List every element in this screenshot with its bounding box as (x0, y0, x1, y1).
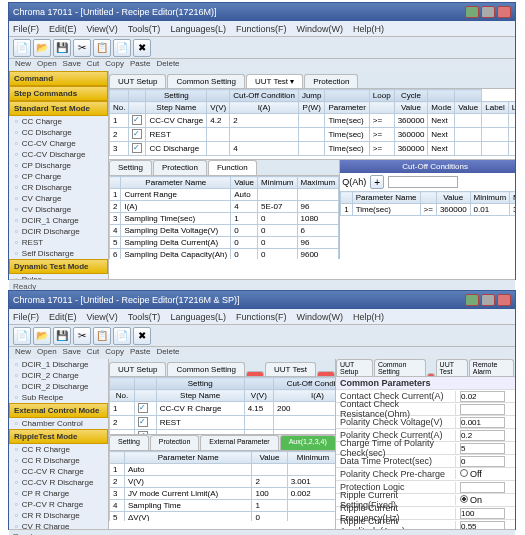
column-header[interactable]: Mode (428, 102, 455, 114)
table-row[interactable]: 1CC-CV Charge4.22Time(sec)>=360000Next (110, 114, 516, 128)
sidebar-item[interactable]: CC-CV Charge (9, 138, 108, 149)
maximize-button[interactable] (481, 6, 495, 18)
qa-input[interactable] (388, 176, 458, 188)
paste-button[interactable]: 📄 (113, 39, 131, 57)
open-button[interactable]: 📂 (33, 327, 51, 345)
row-checkbox[interactable] (132, 143, 142, 153)
tab[interactable]: Aux(1,2,3,4) (280, 435, 336, 450)
sidebar-item[interactable]: CR R Discharge (9, 510, 108, 521)
menu-item[interactable]: Functions(F) (236, 312, 287, 322)
menu-item[interactable]: File(F) (13, 24, 39, 34)
tab[interactable]: Function (208, 160, 257, 175)
menu-item[interactable]: View(V) (87, 24, 118, 34)
tab[interactable] (317, 371, 335, 376)
paste-button[interactable]: 📄 (113, 327, 131, 345)
param-row[interactable]: 2I(A)45E-0796 (110, 201, 339, 213)
tab[interactable]: UUT Test ▾ (246, 74, 303, 88)
row-checkbox[interactable] (132, 129, 142, 139)
minimize-button[interactable] (465, 6, 479, 18)
sidebar-item[interactable]: CC-CV Discharge (9, 149, 108, 160)
column-header[interactable]: V(V) (207, 102, 230, 114)
menu-item[interactable]: Languages(L) (170, 312, 226, 322)
menu-item[interactable]: Functions(F) (236, 24, 287, 34)
tab[interactable]: External Parameter (200, 435, 278, 450)
copy-button[interactable]: 📋 (93, 39, 111, 57)
sidebar-group-header[interactable]: External Control Mode (9, 403, 108, 418)
column-header[interactable]: Label (482, 102, 509, 114)
menu-item[interactable]: Window(W) (296, 312, 343, 322)
sidebar-item[interactable]: CP Charge (9, 171, 108, 182)
menu-item[interactable]: Window(W) (296, 24, 343, 34)
column-header[interactable]: Parameter (325, 102, 369, 114)
sidebar-item[interactable]: CC R Charge (9, 444, 108, 455)
delete-button[interactable]: ✖ (133, 39, 151, 57)
column-header[interactable]: Value (394, 102, 428, 114)
prop-input[interactable] (460, 404, 505, 415)
tab[interactable]: UUT Test (265, 362, 316, 376)
column-header[interactable] (129, 102, 146, 114)
sidebar-item[interactable]: CP Discharge (9, 160, 108, 171)
sidebar-item[interactable]: CC R Discharge (9, 455, 108, 466)
sidebar-item[interactable]: CV Discharge (9, 204, 108, 215)
sidebar-item[interactable]: DCIR Discharge (9, 226, 108, 237)
save-button[interactable]: 💾 (53, 327, 71, 345)
column-header[interactable]: Value (455, 102, 482, 114)
maximize-button[interactable] (481, 294, 495, 306)
table-row[interactable]: 2RESTTime(sec)>=360000Next (110, 128, 516, 142)
sidebar-group-header[interactable]: Step Commands (9, 86, 108, 101)
menu-item[interactable]: Help(H) (353, 312, 384, 322)
sidebar-item[interactable]: CC-CV R Discharge (9, 477, 108, 488)
sidebar-group-header[interactable]: Dynamic Test Mode (9, 259, 108, 274)
prop-input[interactable] (460, 443, 505, 454)
column-header[interactable]: No. (110, 102, 129, 114)
sidebar-item[interactable]: DCIR_1 Discharge (9, 359, 108, 370)
param-row[interactable]: 5Sampling Delta Current(A)0096 (110, 237, 339, 249)
sidebar-item[interactable]: CC Discharge (9, 127, 108, 138)
tab[interactable]: Remote Alarm (469, 359, 514, 376)
cut-button[interactable]: ✂ (73, 39, 91, 57)
copy-button[interactable]: 📋 (93, 327, 111, 345)
tab[interactable]: Common Setting (167, 74, 245, 88)
sidebar-item[interactable]: Chamber Control (9, 418, 108, 429)
menu-item[interactable]: Languages(L) (170, 24, 226, 34)
tab[interactable]: Protection (150, 435, 200, 450)
sidebar-item[interactable]: DCIR_1 Charge (9, 215, 108, 226)
steps-grid[interactable]: SettingCut-Off ConditionJumpLoopCycleNo.… (109, 89, 515, 159)
radio-on[interactable] (460, 495, 468, 503)
tab[interactable]: Common Setting (167, 362, 245, 376)
tab[interactable] (427, 373, 435, 376)
column-header[interactable] (134, 390, 156, 402)
prop-input[interactable] (460, 508, 505, 519)
column-header[interactable]: No. (110, 390, 135, 402)
menu-item[interactable]: Tools(T) (128, 24, 161, 34)
close-button[interactable] (497, 294, 511, 306)
new-button[interactable]: 📄 (13, 327, 31, 345)
minimize-button[interactable] (465, 294, 479, 306)
prop-input[interactable] (460, 417, 505, 428)
tab[interactable]: UUT Test (436, 359, 468, 376)
param-row[interactable]: 4Sampling Delta Voltage(V)006 (110, 225, 339, 237)
cutoff-row[interactable]: 1Time(sec)>=3600000.013596400 (341, 204, 515, 216)
sidebar-item[interactable]: Self Discharge (9, 248, 108, 259)
column-header[interactable]: V(V) (244, 390, 273, 402)
column-header[interactable]: Loop To (508, 102, 515, 114)
prop-input[interactable] (460, 391, 505, 402)
tab[interactable]: Common Setting (374, 359, 426, 376)
open-button[interactable]: 📂 (33, 39, 51, 57)
tab[interactable]: UUT Setup (336, 359, 373, 376)
tab[interactable]: Protection (304, 74, 358, 88)
tab[interactable] (246, 371, 264, 376)
param-row[interactable]: 3Sampling Time(sec)101080 (110, 213, 339, 225)
menu-item[interactable]: Tools(T) (128, 312, 161, 322)
menu-item[interactable]: View(V) (87, 312, 118, 322)
row-checkbox[interactable] (138, 417, 148, 427)
sidebar-item[interactable]: Pulse (9, 274, 108, 279)
table-row[interactable]: 3CC Discharge4Time(sec)>=360000Next (110, 142, 516, 156)
column-header[interactable]: Step Name (146, 102, 207, 114)
menu-item[interactable]: Help(H) (353, 24, 384, 34)
param-row[interactable]: 6Sampling Delta Capacity(Ah)009600 (110, 249, 339, 260)
sidebar-item[interactable]: DCIR_2 Discharge (9, 381, 108, 392)
row-checkbox[interactable] (138, 403, 148, 413)
menu-item[interactable]: File(F) (13, 312, 39, 322)
cut-button[interactable]: ✂ (73, 327, 91, 345)
